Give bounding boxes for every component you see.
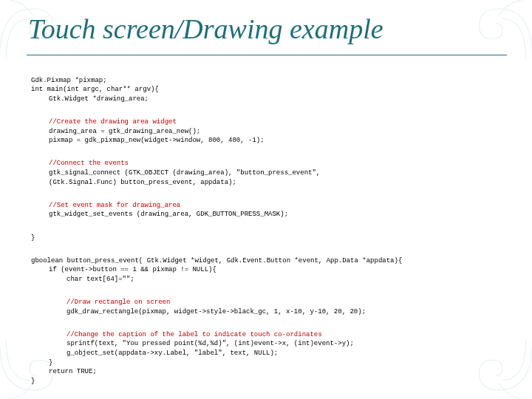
- code-line: return TRUE;: [49, 368, 97, 375]
- code-body: Gdk.Pixmap *pixmap; int main(int argc, c…: [31, 66, 504, 399]
- code-line: }: [31, 234, 35, 242]
- code-line: gtk_widget_set_events (drawing_area, GDK…: [49, 211, 288, 218]
- code-line: int main(int argc, char** argv){: [31, 86, 159, 93]
- code-line: Gtk.Widget *drawing_area;: [49, 95, 149, 103]
- code-comment: //Draw rectangle on screen: [66, 299, 170, 306]
- ornament-top-right: [455, 0, 532, 62]
- code-line: char text[64]="";: [66, 276, 134, 283]
- code-line: (Gtk.Signal.Func) button_press_event, ap…: [49, 179, 236, 186]
- code-line: Gdk.Pixmap *pixmap;: [31, 77, 107, 84]
- code-line: drawing_area = gtk_drawing_area_new();: [49, 128, 200, 135]
- code-comment: //Set event mask for drawing_area: [49, 202, 180, 209]
- slide-title: Touch screen/Drawing example: [28, 15, 383, 44]
- code-line: }: [49, 359, 52, 366]
- code-line: gtk_signal_connect (GTK_OBJECT (drawing_…: [49, 169, 320, 177]
- code-line: sprintf(text, "You pressed point(%d,%d)"…: [66, 340, 354, 347]
- title-underline: [27, 55, 507, 55]
- code-comment: //Connect the events: [49, 160, 129, 167]
- slide: Touch screen/Drawing example Gdk.Pixmap …: [0, 0, 532, 399]
- code-line: pixmap = gdk_pixmap_new(widget->window, …: [49, 137, 265, 144]
- code-line: if (event->button == 1 && pixmap != NULL…: [49, 266, 216, 273]
- code-line: g_object_set(appdata->xy.Label, "label",…: [66, 349, 278, 357]
- code-line: }: [31, 378, 35, 385]
- code-comment: //Change the caption of the label to ind…: [66, 331, 322, 338]
- code-line: gdk_draw_rectangle(pixmap, widget->style…: [66, 308, 366, 316]
- code-comment: //Create the drawing area widget: [49, 118, 177, 126]
- code-line: gboolean button_press_event( Gtk.Widget …: [31, 257, 402, 265]
